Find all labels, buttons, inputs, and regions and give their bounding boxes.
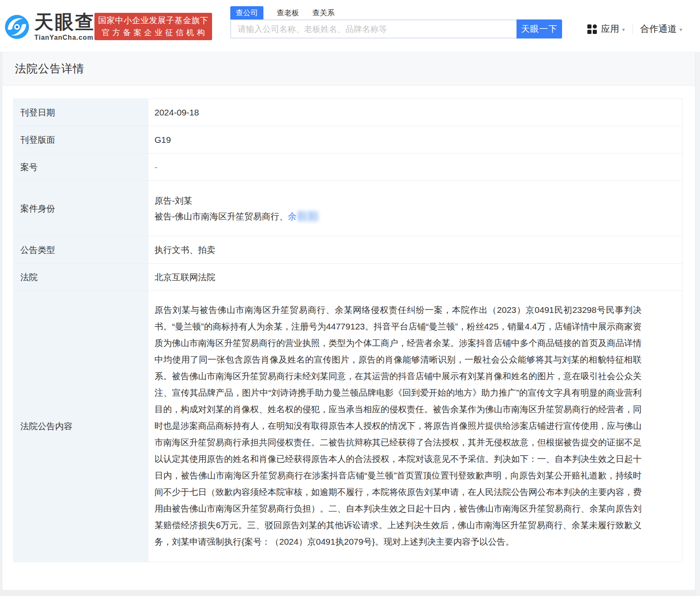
table-row-case-number: 案号 - bbox=[14, 154, 682, 181]
redacted-name-block bbox=[298, 211, 307, 221]
row-value: 北京互联网法院 bbox=[148, 264, 682, 291]
nav-partner-channel[interactable]: 合作通道 ▾ bbox=[640, 23, 683, 35]
page-title-band: 法院公告详情 bbox=[2, 52, 695, 86]
row-label: 刊登版面 bbox=[14, 126, 148, 153]
defendant-text: 被告-佛山市南海区升笙贸易商行、 bbox=[154, 211, 288, 221]
header-right-nav: 应用 ▾ 合作通道 ▾ bbox=[587, 19, 682, 38]
row-value: 执行文书、拍卖 bbox=[148, 236, 682, 263]
announcement-card: 刊登日期 2024-09-18 刊登版面 G19 案号 - 案件身份 原告-刘某… bbox=[2, 86, 695, 590]
tab-search-boss[interactable]: 查老板 bbox=[277, 6, 299, 19]
table-row-publish-page: 刊登版面 G19 bbox=[14, 126, 682, 154]
row-value-content: 原告刘某与被告佛山市南海区升笙贸易商行、余某网络侵权责任纠纷一案，本院作出（20… bbox=[148, 291, 682, 562]
row-label: 案件身份 bbox=[14, 181, 148, 236]
nav-apps-label: 应用 bbox=[601, 23, 619, 35]
nav-partner-label: 合作通道 bbox=[640, 23, 677, 35]
tianyancha-logo[interactable]: 天眼查 TianYanCha.com bbox=[5, 12, 95, 41]
page-body: 法院公告详情 刊登日期 2024-09-18 刊登版面 G19 案号 - 案件身… bbox=[2, 52, 695, 590]
badge-line1: 国家中小企业发展子基金旗下 bbox=[98, 15, 209, 26]
defendant-line: 被告-佛山市南海区升笙贸易商行、余 bbox=[154, 209, 318, 224]
site-header: 天眼查 TianYanCha.com 国家中小企业发展子基金旗下 官方备案企业征… bbox=[0, 0, 700, 52]
brand-name: 天眼查 bbox=[34, 12, 95, 31]
scrollbar-track[interactable] bbox=[695, 52, 700, 596]
redacted-name-block bbox=[309, 211, 318, 221]
table-row-announcement-type: 公告类型 执行文书、拍卖 bbox=[14, 236, 682, 264]
page-title: 法院公告详情 bbox=[15, 61, 84, 76]
badge-line2: 官方备案企业征信机构 bbox=[99, 27, 208, 38]
row-label: 法院公告内容 bbox=[14, 291, 148, 562]
table-row-announcement-content: 法院公告内容 原告刘某与被告佛山市南海区升笙贸易商行、余某网络侵权责任纠纷一案，… bbox=[14, 291, 682, 562]
announcement-content-text: 原告刘某与被告佛山市南海区升笙贸易商行、余某网络侵权责任纠纷一案，本院作出（20… bbox=[154, 302, 642, 550]
row-value-case-number: - bbox=[148, 154, 682, 180]
tab-search-relation[interactable]: 查关系 bbox=[312, 6, 335, 19]
tianyancha-logo-icon bbox=[5, 15, 29, 39]
search-button[interactable]: 天眼一下 bbox=[517, 19, 562, 38]
row-value-case-identity: 原告-刘某 被告-佛山市南海区升笙贸易商行、余 bbox=[148, 181, 682, 236]
table-row-court: 法院 北京互联网法院 bbox=[14, 264, 682, 291]
apps-grid-icon bbox=[587, 24, 597, 34]
defendant-person-link[interactable]: 余 bbox=[288, 211, 297, 221]
chevron-down-icon: ▾ bbox=[622, 26, 625, 33]
tab-search-company[interactable]: 查公司 bbox=[230, 6, 263, 19]
brand-domain: TianYanCha.com bbox=[34, 34, 95, 41]
row-label: 法院 bbox=[14, 264, 148, 291]
row-label: 刊登日期 bbox=[14, 99, 148, 126]
table-row-case-identity: 案件身份 原告-刘某 被告-佛山市南海区升笙贸易商行、余 bbox=[14, 181, 682, 236]
certification-badge: 国家中小企业发展子基金旗下 官方备案企业征信机构 bbox=[94, 13, 212, 40]
row-value: 2024-09-18 bbox=[148, 99, 682, 126]
chevron-down-icon: ▾ bbox=[680, 26, 683, 33]
search-input[interactable] bbox=[230, 19, 517, 38]
row-value: G19 bbox=[148, 126, 682, 153]
row-label: 公告类型 bbox=[14, 236, 148, 263]
table-row-publish-date: 刊登日期 2024-09-18 bbox=[14, 99, 682, 126]
search-tabs: 查公司 查老板 查关系 bbox=[230, 6, 335, 19]
nav-divider bbox=[632, 24, 633, 34]
announcement-table: 刊登日期 2024-09-18 刊登版面 G19 案号 - 案件身份 原告-刘某… bbox=[13, 99, 683, 562]
row-label: 案号 bbox=[14, 154, 148, 180]
plaintiff-line: 原告-刘某 bbox=[154, 193, 318, 209]
logo-text: 天眼查 TianYanCha.com bbox=[34, 12, 95, 41]
nav-apps[interactable]: 应用 ▾ bbox=[587, 23, 625, 35]
